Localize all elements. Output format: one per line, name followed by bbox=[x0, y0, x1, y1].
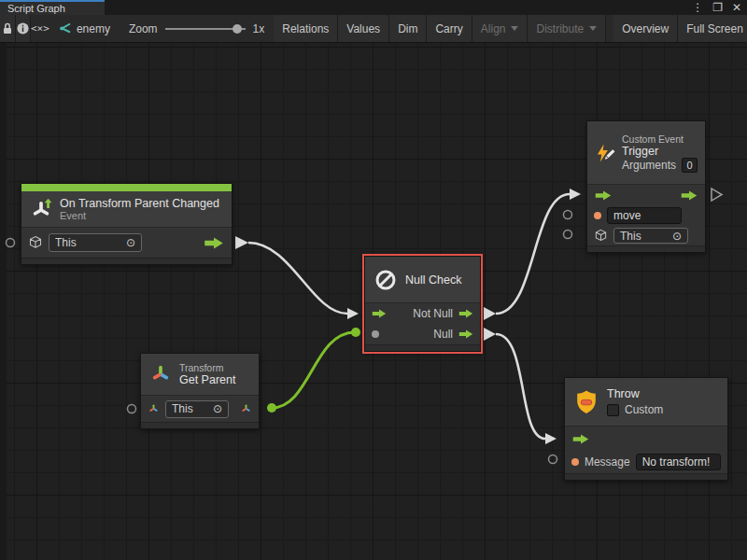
getparent-target-select[interactable]: This ⊙ bbox=[165, 400, 229, 418]
arguments-label: Arguments bbox=[622, 159, 676, 172]
edit-graph-button[interactable]: <×> bbox=[31, 15, 49, 42]
arguments-count-field[interactable]: 0 bbox=[682, 158, 698, 173]
flow-arrow-icon[interactable] bbox=[680, 190, 698, 201]
flow-arrow-icon[interactable] bbox=[203, 237, 225, 249]
node-null-check[interactable]: Null Check Not Null Null bbox=[364, 256, 481, 352]
chevron-down-icon bbox=[589, 26, 597, 31]
window-menu-icon[interactable]: ⋮ bbox=[692, 0, 703, 15]
node-category: Transform bbox=[179, 362, 235, 373]
node-throw[interactable]: Throw Custom Message No transform! bbox=[564, 377, 728, 481]
node-get-parent[interactable]: Transform Get Parent This ⊙ bbox=[140, 353, 260, 429]
throw-message-port[interactable] bbox=[549, 455, 557, 464]
wire-endpoint-dot bbox=[351, 328, 360, 337]
flow-arrow-icon[interactable] bbox=[571, 434, 590, 444]
flow-arrow-icon[interactable] bbox=[594, 190, 613, 201]
wire-null-to-throw[interactable] bbox=[496, 334, 545, 439]
trigger-target-port[interactable] bbox=[564, 231, 572, 239]
toolbar-right-buttons: Relations Values Dim Carry Align Distrib… bbox=[274, 15, 747, 42]
inspect-button[interactable] bbox=[16, 15, 31, 42]
null-input-port[interactable] bbox=[372, 330, 379, 338]
getparent-target-port[interactable] bbox=[128, 405, 136, 413]
notnull-output-triangle[interactable] bbox=[484, 307, 496, 320]
node-category: Custom Event bbox=[622, 133, 698, 145]
transform-output-port-icon[interactable] bbox=[240, 402, 252, 415]
node-footer bbox=[565, 473, 727, 480]
transform-port-icon[interactable] bbox=[148, 402, 160, 415]
custom-checkbox[interactable] bbox=[607, 404, 619, 416]
event-name-field[interactable]: move bbox=[607, 207, 682, 224]
trigger-target-select[interactable]: This ⊙ bbox=[613, 228, 688, 244]
event-output-triangle[interactable] bbox=[235, 236, 248, 249]
event-name-port[interactable] bbox=[594, 212, 601, 219]
node-footer bbox=[365, 344, 480, 351]
not-null-port-label: Not Null bbox=[413, 307, 453, 320]
event-target-port[interactable] bbox=[7, 239, 15, 247]
flow-arrow-icon[interactable] bbox=[458, 309, 473, 318]
wire-arrowhead bbox=[570, 189, 581, 200]
lock-button[interactable] bbox=[0, 15, 16, 42]
message-label: Message bbox=[585, 455, 630, 469]
wire-getparent-to-nullcheck[interactable] bbox=[272, 332, 355, 408]
flow-arrow-icon[interactable] bbox=[458, 329, 473, 339]
custom-event-icon bbox=[595, 139, 615, 167]
node-title: Get Parent bbox=[179, 373, 235, 386]
overview-button[interactable]: Overview bbox=[613, 15, 678, 42]
tab-script-graph[interactable]: Script Graph bbox=[0, 0, 105, 15]
null-port-label: Null bbox=[433, 328, 453, 341]
transform-event-icon bbox=[29, 197, 53, 221]
visual-scripting-window: Script Graph ⋮ ❐ ✕ <×> bbox=[0, 0, 747, 560]
node-title: Throw bbox=[607, 387, 663, 400]
wire-arrowhead bbox=[545, 433, 557, 444]
target-picker-icon[interactable]: ⊙ bbox=[672, 230, 682, 243]
wire-arrowhead bbox=[347, 308, 359, 319]
align-dropdown[interactable]: Align bbox=[472, 15, 529, 42]
node-trigger-custom-event[interactable]: Custom Event Trigger Arguments 0 bbox=[586, 120, 706, 253]
graph-toolbar: <×> enemy Zoom 1x Relations Values Dim C… bbox=[0, 15, 747, 43]
node-title: Null Check bbox=[405, 273, 461, 287]
relations-button[interactable]: Relations bbox=[274, 15, 338, 42]
zoom-slider-handle[interactable] bbox=[233, 24, 242, 34]
distribute-dropdown[interactable]: Distribute bbox=[528, 15, 606, 42]
zoom-slider[interactable] bbox=[165, 23, 246, 35]
trigger-name-port[interactable] bbox=[564, 211, 572, 219]
node-footer bbox=[21, 258, 232, 264]
window-controls: ⋮ ❐ ✕ bbox=[692, 0, 741, 15]
values-button[interactable]: Values bbox=[338, 15, 389, 42]
gameobject-cube-icon bbox=[28, 235, 43, 250]
node-title: On Transform Parent Changed bbox=[60, 197, 219, 210]
graph-icon bbox=[59, 22, 72, 35]
lock-icon bbox=[0, 21, 15, 36]
trigger-output-triangle[interactable] bbox=[712, 189, 722, 201]
custom-checkbox-label: Custom bbox=[625, 403, 663, 416]
target-picker-icon[interactable]: ⊙ bbox=[126, 236, 135, 249]
close-icon[interactable]: ✕ bbox=[732, 0, 741, 15]
target-picker-icon[interactable]: ⊙ bbox=[213, 402, 222, 415]
message-port[interactable] bbox=[571, 458, 579, 466]
node-footer bbox=[141, 422, 259, 428]
node-footer bbox=[587, 245, 705, 252]
graph-canvas[interactable]: On Transform Parent Changed Event This ⊙ bbox=[0, 43, 747, 560]
node-subtitle: Event bbox=[60, 210, 219, 221]
transform-icon bbox=[148, 362, 173, 386]
graph-breadcrumb[interactable]: enemy bbox=[49, 15, 120, 42]
maximize-icon[interactable]: ❐ bbox=[712, 0, 723, 15]
node-on-transform-parent-changed[interactable]: On Transform Parent Changed Event This ⊙ bbox=[21, 183, 233, 265]
chevron-down-icon bbox=[511, 26, 518, 31]
info-icon bbox=[16, 21, 30, 35]
event-target-select[interactable]: This ⊙ bbox=[49, 233, 142, 252]
tab-bar: Script Graph ⋮ ❐ ✕ bbox=[0, 0, 747, 15]
code-icon: <×> bbox=[31, 22, 49, 35]
wire-notnull-to-trigger[interactable] bbox=[496, 194, 570, 314]
carry-button[interactable]: Carry bbox=[427, 15, 472, 42]
wire-event-to-nullcheck[interactable] bbox=[248, 243, 347, 314]
flow-arrow-icon[interactable] bbox=[372, 309, 387, 318]
zoom-value: 1x bbox=[253, 22, 265, 35]
null-check-icon bbox=[373, 267, 399, 293]
dim-button[interactable]: Dim bbox=[389, 15, 427, 42]
message-field[interactable]: No transform! bbox=[636, 454, 721, 470]
throw-error-icon bbox=[572, 388, 600, 416]
event-color-bar bbox=[21, 184, 232, 191]
null-output-triangle[interactable] bbox=[484, 328, 496, 341]
full-screen-button[interactable]: Full Screen bbox=[678, 15, 747, 42]
node-title: Trigger bbox=[622, 145, 698, 158]
